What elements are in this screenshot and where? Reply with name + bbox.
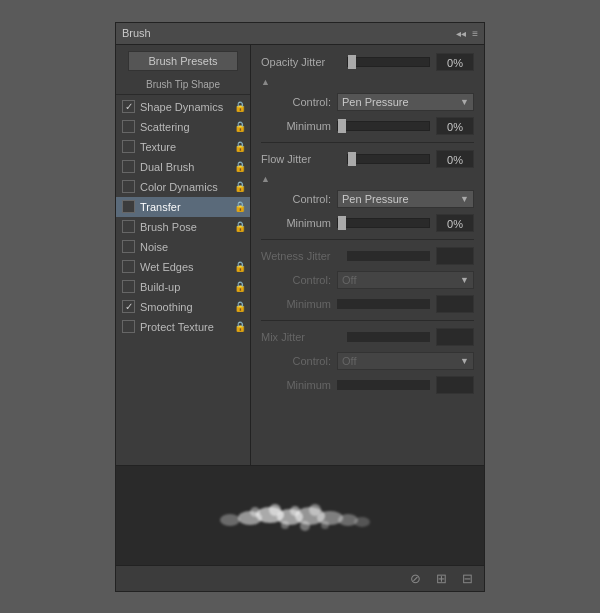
checkbox-noise[interactable]	[122, 240, 135, 253]
minimum2-row: Minimum 0%	[261, 212, 474, 234]
minimum2-label: Minimum	[261, 217, 331, 229]
control4-arrow: ▼	[460, 356, 469, 366]
sidebar-item-noise[interactable]: Noise	[116, 237, 250, 257]
lock-icon-wet-edges: 🔒	[234, 261, 246, 272]
checkbox-wet-edges[interactable]	[122, 260, 135, 273]
brush-preview-area	[116, 465, 484, 565]
flow-jitter-row: Flow Jitter 0%	[261, 148, 474, 170]
control1-label: Control:	[261, 96, 331, 108]
minimum3-value	[436, 295, 474, 313]
control1-value: Pen Pressure	[342, 96, 409, 108]
brush-presets-button[interactable]: Brush Presets	[128, 51, 238, 71]
lock-icon-transfer: 🔒	[234, 201, 246, 212]
svg-point-14	[321, 521, 329, 529]
divider-3	[261, 320, 474, 321]
toolbar-icon-grid[interactable]: ⊞	[430, 567, 452, 589]
panel-menu-icon[interactable]: ≡	[472, 28, 478, 39]
checkbox-dual-brush[interactable]	[122, 160, 135, 173]
checkbox-brush-pose[interactable]	[122, 220, 135, 233]
checkbox-scattering[interactable]	[122, 120, 135, 133]
wetness-jitter-row: Wetness Jitter	[261, 245, 474, 267]
mix-jitter-slider	[347, 332, 430, 342]
sidebar-item-wet-edges[interactable]: Wet Edges 🔒	[116, 257, 250, 277]
label-shape-dynamics: Shape Dynamics	[140, 101, 234, 113]
lock-icon-build-up: 🔒	[234, 281, 246, 292]
svg-point-10	[290, 506, 300, 516]
checkbox-color-dynamics[interactable]	[122, 180, 135, 193]
minimum4-label: Minimum	[261, 379, 331, 391]
toolbar-icon-minus[interactable]: ⊟	[456, 567, 478, 589]
checkbox-transfer[interactable]	[122, 200, 135, 213]
label-smoothing: Smoothing	[140, 301, 234, 313]
label-texture: Texture	[140, 141, 234, 153]
sidebar-item-transfer[interactable]: Transfer 🔒	[116, 197, 250, 217]
control2-dropdown[interactable]: Pen Pressure ▼	[337, 190, 474, 208]
sidebar-item-smoothing[interactable]: Smoothing 🔒	[116, 297, 250, 317]
bottom-toolbar: ⊘ ⊞ ⊟	[116, 565, 484, 591]
sidebar-item-texture[interactable]: Texture 🔒	[116, 137, 250, 157]
control2-label: Control:	[261, 193, 331, 205]
sidebar: Brush Presets Brush Tip Shape Shape Dyna…	[116, 45, 251, 465]
toolbar-icon-no-entry[interactable]: ⊘	[404, 567, 426, 589]
svg-point-7	[354, 517, 370, 527]
opacity-jitter-slider[interactable]	[347, 57, 430, 67]
sidebar-item-shape-dynamics[interactable]: Shape Dynamics 🔒	[116, 97, 250, 117]
sidebar-item-protect-texture[interactable]: Protect Texture 🔒	[116, 317, 250, 337]
sidebar-item-brush-pose[interactable]: Brush Pose 🔒	[116, 217, 250, 237]
checkbox-shape-dynamics[interactable]	[122, 100, 135, 113]
minimum1-label: Minimum	[261, 120, 331, 132]
svg-point-0	[220, 514, 240, 526]
minimum1-value[interactable]: 0%	[436, 117, 474, 135]
checkbox-build-up[interactable]	[122, 280, 135, 293]
control3-label: Control:	[261, 274, 331, 286]
mix-jitter-row: Mix Jitter	[261, 326, 474, 348]
lock-icon-dual-brush: 🔒	[234, 161, 246, 172]
flow-jitter-value[interactable]: 0%	[436, 150, 474, 168]
lock-icon-protect-texture: 🔒	[234, 321, 246, 332]
brush-panel: Brush ◂◂ ≡ Brush Presets Brush Tip Shape…	[115, 22, 485, 592]
panel-titlebar: Brush ◂◂ ≡	[116, 23, 484, 45]
flow-jitter-label: Flow Jitter	[261, 153, 341, 165]
label-wet-edges: Wet Edges	[140, 261, 234, 273]
control4-label: Control:	[261, 355, 331, 367]
minimum3-row: Minimum	[261, 293, 474, 315]
svg-point-12	[281, 521, 289, 529]
minimum2-value[interactable]: 0%	[436, 214, 474, 232]
divider-1	[261, 142, 474, 143]
flow-jitter-slider[interactable]	[347, 154, 430, 164]
control4-row: Control: Off ▼	[261, 350, 474, 372]
control3-arrow: ▼	[460, 275, 469, 285]
svg-point-9	[269, 504, 281, 516]
checkbox-texture[interactable]	[122, 140, 135, 153]
checkbox-protect-texture[interactable]	[122, 320, 135, 333]
label-color-dynamics: Color Dynamics	[140, 181, 234, 193]
triangle-row-1: ▲	[261, 76, 474, 88]
checkbox-smoothing[interactable]	[122, 300, 135, 313]
control3-dropdown[interactable]: Off ▼	[337, 271, 474, 289]
control1-dropdown[interactable]: Pen Pressure ▼	[337, 93, 474, 111]
mix-jitter-value	[436, 328, 474, 346]
minimum1-slider[interactable]	[337, 121, 430, 131]
sidebar-item-scattering[interactable]: Scattering 🔒	[116, 117, 250, 137]
triangle-icon-2: ▲	[261, 174, 270, 184]
opacity-jitter-value[interactable]: 0%	[436, 53, 474, 71]
panel-collapse-icon[interactable]: ◂◂	[456, 28, 466, 39]
sidebar-item-color-dynamics[interactable]: Color Dynamics 🔒	[116, 177, 250, 197]
lock-icon-smoothing: 🔒	[234, 301, 246, 312]
lock-icon-texture: 🔒	[234, 141, 246, 152]
divider-2	[261, 239, 474, 240]
sidebar-item-build-up[interactable]: Build-up 🔒	[116, 277, 250, 297]
brush-tip-shape-label: Brush Tip Shape	[116, 77, 250, 95]
wetness-jitter-slider	[347, 251, 430, 261]
lock-icon-shape-dynamics: 🔒	[234, 101, 246, 112]
wetness-jitter-label: Wetness Jitter	[261, 250, 341, 262]
lock-icon-color-dynamics: 🔒	[234, 181, 246, 192]
wetness-jitter-value	[436, 247, 474, 265]
minimum4-value	[436, 376, 474, 394]
content-area: Opacity Jitter 0% ▲ Control: Pen Pressur…	[251, 45, 484, 465]
control2-arrow: ▼	[460, 194, 469, 204]
minimum1-row: Minimum 0%	[261, 115, 474, 137]
control4-dropdown[interactable]: Off ▼	[337, 352, 474, 370]
sidebar-item-dual-brush[interactable]: Dual Brush 🔒	[116, 157, 250, 177]
minimum2-slider[interactable]	[337, 218, 430, 228]
